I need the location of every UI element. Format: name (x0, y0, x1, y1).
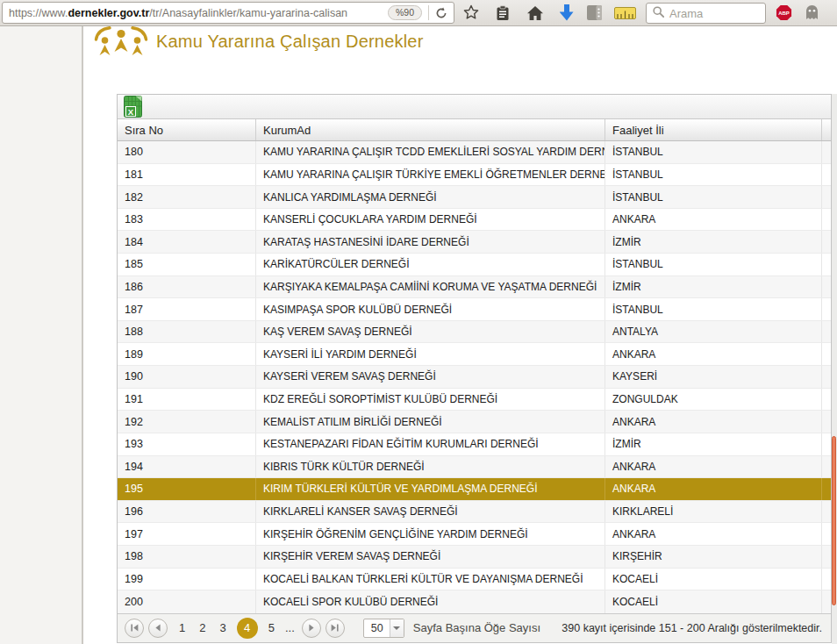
excel-x-label: X (128, 107, 134, 117)
table-row[interactable]: 183KANSERLİ ÇOCUKLARA YARDIM DERNEĞİANKA… (118, 209, 831, 232)
table-cell: 180 (118, 141, 255, 163)
table-cell: KIBRIS TÜRK KÜLTÜR DERNEĞİ (255, 456, 604, 478)
page-button-2[interactable]: 2 (199, 621, 205, 634)
table-cell: KIRŞEHİR (604, 546, 821, 568)
download-icon[interactable] (560, 4, 574, 21)
table-header-row: Sıra No KurumAd Faaliyet İli (118, 119, 831, 141)
column-header-kurumad[interactable]: KurumAd (255, 119, 604, 140)
table-row[interactable]: 197KIRŞEHİR ÖĞRENİM GENÇLİĞİNE YARDIM DE… (118, 523, 831, 546)
table-cell: KIRŞEHİR ÖĞRENİM GENÇLİĞİNE YARDIM DERNE… (255, 523, 604, 545)
table-cell: 191 (118, 389, 255, 411)
row-spacer-cell (821, 366, 831, 388)
table-row[interactable]: 191KDZ EREĞLİ SOROPTİMİST KULÜBÜ DERNEĞİ… (118, 389, 831, 411)
row-spacer-cell (821, 569, 831, 590)
table-cell: 195 (118, 478, 255, 500)
table-row[interactable]: 181KAMU YARARINA ÇALIŞIR TÜRKİYE EMEKLİ … (118, 164, 831, 187)
excel-export-icon[interactable]: X (124, 96, 143, 118)
table-cell: KAYSERİ VEREM SAVAŞ DERNEĞİ (255, 366, 604, 388)
table-cell: KIRKLARELİ (604, 501, 821, 523)
reload-icon[interactable] (429, 7, 454, 19)
table-row[interactable]: 180KAMU YARARINA ÇALIŞIR TCDD EMEKLİLERİ… (118, 141, 831, 164)
next-page-icon[interactable] (302, 619, 321, 638)
table-cell: KARİKATÜRCÜLER DERNEĞİ (255, 254, 604, 275)
table-cell: ANKARA (604, 523, 821, 545)
table-row[interactable]: 182KANLICA YARDIMLAŞMA DERNEĞİİSTANBUL (118, 186, 831, 209)
row-spacer-cell (821, 186, 831, 208)
table-cell: 183 (118, 209, 255, 231)
row-spacer-cell (821, 321, 831, 343)
clipboard-icon[interactable] (496, 5, 510, 21)
table-cell: KIRKLARELİ KANSER SAVAŞ DERNEĞİ (255, 501, 604, 523)
table-row[interactable]: 192KEMALİST ATILIM BİRLİĞİ DERNEĞİANKARA (118, 411, 831, 433)
extension-icon[interactable] (587, 5, 602, 20)
page-size-select[interactable]: 50 (363, 619, 404, 638)
table-cell: KAMU YARARINA ÇALIŞIR TÜRKİYE EMEKLİ ÖĞR… (255, 164, 604, 186)
browser-toolbar: https://www.dernekler.gov.tr/tr/Anasayfa… (0, 0, 837, 26)
table-cell: 200 (118, 590, 255, 613)
table-cell: KOCAELİ BALKAN TÜRKLERİ KÜLTÜR VE DAYANI… (255, 569, 604, 590)
table-row[interactable]: 200KOCAELİ SPOR KULÜBÜ DERNEĞİKOCAELİ (118, 590, 831, 613)
page-button-5[interactable]: 5 (268, 621, 275, 634)
table-row[interactable]: 184KARATAŞ HASTANESİNİ İDARE DERNEĞİİZMİ… (118, 231, 831, 254)
window-scrollbar-thumb[interactable] (832, 436, 836, 605)
url-path: /tr/Anasayfalinkler/kamu-yararina-calisa… (149, 7, 347, 19)
table-row[interactable]: 198KIRŞEHİR VEREM SAVAŞ DERNEĞİKIRŞEHİR (118, 546, 831, 569)
table-row[interactable]: 193KESTANEPAZARI FİDAN EĞİTİM KURUMLARI … (118, 433, 831, 456)
bookmark-star-icon[interactable] (463, 4, 479, 20)
table-cell: KOCAELİ SPOR KULÜBÜ DERNEĞİ (255, 590, 604, 613)
page-button-3[interactable]: 3 (219, 621, 225, 634)
table-row[interactable]: 195KIRIM TÜRKLERİ KÜLTÜR VE YARDIMLAŞMA … (118, 478, 831, 501)
column-header-sira-no[interactable]: Sıra No (118, 119, 255, 140)
table-cell: 198 (118, 546, 255, 568)
column-header-faaliyet-ili[interactable]: Faaliyet İli (604, 119, 821, 140)
ruler-icon[interactable] (614, 7, 636, 19)
column-header-spacer (821, 119, 831, 140)
table-cell: 193 (118, 433, 255, 455)
first-page-icon[interactable] (125, 619, 144, 638)
table-cell: İZMİR (604, 276, 821, 298)
row-spacer-cell (821, 231, 831, 253)
table-row[interactable]: 189KAYSERİ İLİ YARDIM DERNEĞİANKARA (118, 343, 831, 366)
table-row[interactable]: 187KASIMPAŞA SPOR KULÜBÜ DERNEĞİİSTANBUL (118, 298, 831, 321)
table-cell: 182 (118, 186, 255, 208)
table-cell: İZMİR (604, 231, 821, 253)
url-text: https://www.dernekler.gov.tr/tr/Anasayfa… (3, 3, 385, 23)
page-button-4[interactable]: 4 (237, 618, 258, 639)
table-cell: 196 (118, 501, 255, 523)
table-cell: KANLICA YARDIMLAŞMA DERNEĞİ (255, 186, 604, 208)
table-cell: KIRŞEHİR VEREM SAVAŞ DERNEĞİ (255, 546, 604, 568)
table-cell: İSTANBUL (604, 164, 821, 186)
last-page-icon[interactable] (326, 619, 345, 638)
browser-search-input[interactable]: Arama (646, 3, 766, 24)
url-bar[interactable]: https://www.dernekler.gov.tr/tr/Anasayfa… (2, 2, 454, 24)
search-icon (653, 5, 664, 21)
row-spacer-cell (821, 478, 831, 500)
prev-page-icon[interactable] (148, 619, 168, 638)
table-row[interactable]: 194KIBRIS TÜRK KÜLTÜR DERNEĞİANKARA (118, 456, 831, 479)
home-icon[interactable] (527, 6, 543, 20)
table-row[interactable]: 186KARŞIYAKA KEMALPAŞA CAMİİNİ KORUMA VE… (118, 276, 831, 299)
zoom-level-badge[interactable]: %90 (388, 5, 422, 20)
table-row[interactable]: 185KARİKATÜRCÜLER DERNEĞİİSTANBUL (118, 254, 831, 276)
adblock-icon[interactable]: ABP (776, 4, 792, 21)
row-spacer-cell (821, 523, 831, 545)
row-spacer-cell (821, 276, 831, 298)
table-cell: 199 (118, 569, 255, 590)
table-cell: ANTALYA (604, 321, 821, 343)
data-table: X Sıra No KurumAd Faaliyet İli 180KAMU Y… (117, 94, 832, 643)
page-button-1[interactable]: 1 (179, 621, 185, 634)
table-cell: KASIMPAŞA SPOR KULÜBÜ DERNEĞİ (255, 298, 604, 320)
table-cell: KOCAELİ (604, 590, 821, 613)
url-domain: dernekler.gov.tr (68, 7, 149, 19)
search-placeholder: Arama (669, 7, 703, 20)
table-row[interactable]: 188KAŞ VEREM SAVAŞ DERNEĞİANTALYA (118, 321, 831, 344)
table-cell: ZONGULDAK (604, 389, 821, 411)
table-row[interactable]: 199KOCAELİ BALKAN TÜRKLERİ KÜLTÜR VE DAY… (118, 569, 831, 591)
table-row[interactable]: 190KAYSERİ VEREM SAVAŞ DERNEĞİKAYSERİ (118, 366, 831, 389)
table-cell: KAYSERİ İLİ YARDIM DERNEĞİ (255, 343, 604, 365)
table-cell: 181 (118, 164, 255, 186)
ghost-icon[interactable] (805, 4, 819, 21)
row-spacer-cell (821, 433, 831, 455)
table-row[interactable]: 196KIRKLARELİ KANSER SAVAŞ DERNEĞİKIRKLA… (118, 501, 831, 524)
row-spacer-cell (821, 298, 831, 320)
